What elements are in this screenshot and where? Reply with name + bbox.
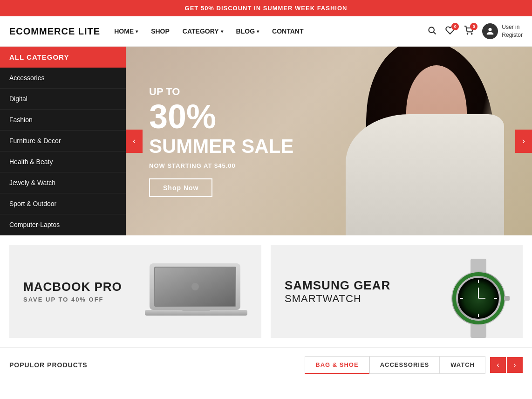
sidebar-item-fashion[interactable]: Fashion [0, 110, 126, 131]
promo-section: MACBOOK PRO SAVE UP TO 40% OFF [0, 235, 532, 347]
hero-content: UP TO 30% SUMMER SALE NOW STARTING AT $4… [149, 85, 293, 197]
tab-nav-buttons: ‹ › [490, 357, 523, 373]
tab-bag-shoe[interactable]: BAG & SHOE [305, 356, 369, 374]
search-button[interactable] [427, 26, 437, 37]
svg-rect-21 [504, 296, 510, 301]
hero-percent-text: 30% [149, 99, 293, 133]
sidebar-heading: ALL CATEGORY [0, 47, 126, 68]
watch-title: SAMSUNG GEAR [285, 278, 390, 293]
hero-sale-text: SUMMER SALE [149, 135, 293, 157]
product-tabs: BAG & SHOE ACCESSORIES WATCH [305, 356, 485, 374]
header: ECOMMERCE LITE HOME ▾ SHOP CATEGORY ▾ BL… [0, 16, 532, 47]
tab-next-button[interactable]: › [507, 357, 523, 373]
model-outfit [346, 114, 504, 235]
svg-point-7 [191, 283, 199, 290]
main-content: ALL CATEGORY Accessories Digital Fashion… [0, 47, 532, 235]
header-icons: 0 0 User in Registor [427, 23, 523, 39]
sidebar-item-digital[interactable]: Digital [0, 89, 126, 110]
macbook-promo-card[interactable]: MACBOOK PRO SAVE UP TO 40% OFF [9, 245, 261, 338]
wishlist-badge: 0 [451, 23, 459, 30]
top-banner-text: GET 50% DISCOUNT IN SUMMER WEEK FASHION [185, 5, 348, 12]
hero-starting-text: NOW STARTING AT $45.00 [149, 162, 293, 169]
cart-button[interactable]: 0 [464, 26, 474, 37]
hero-model-area [288, 47, 532, 235]
chevron-down-icon: ▾ [136, 29, 138, 34]
main-nav: HOME ▾ SHOP CATEGORY ▾ BLOG ▾ CONTANT [114, 28, 427, 35]
chevron-down-icon: ▾ [221, 29, 223, 34]
popular-products-bar: POPULOR PRODUCTS BAG & SHOE ACCESSORIES … [0, 347, 532, 382]
svg-point-0 [429, 27, 435, 33]
svg-line-1 [434, 32, 436, 34]
chevron-down-icon: ▾ [257, 29, 259, 34]
watch-image [443, 259, 509, 324]
sidebar: ALL CATEGORY Accessories Digital Fashion… [0, 47, 126, 235]
sidebar-item-sport[interactable]: Sport & Outdoor [0, 193, 126, 214]
sidebar-item-health[interactable]: Health & Beaty [0, 151, 126, 172]
svg-point-2 [467, 33, 468, 34]
shop-now-button[interactable]: Shop Now [149, 178, 212, 197]
cart-badge: 0 [470, 23, 477, 30]
user-icon [482, 23, 498, 39]
macbook-title: MACBOOK PRO [23, 280, 122, 294]
sidebar-item-accessories[interactable]: Accessories [0, 68, 126, 89]
nav-blog[interactable]: BLOG ▾ [236, 28, 259, 35]
nav-category[interactable]: CATEGORY ▾ [183, 28, 223, 35]
user-area[interactable]: User in Registor [482, 23, 523, 39]
slider-next-button[interactable]: › [515, 130, 532, 153]
macbook-image [145, 261, 247, 322]
popular-title: POPULOR PRODUCTS [9, 361, 305, 369]
nav-contact[interactable]: CONTANT [272, 28, 303, 35]
nav-home[interactable]: HOME ▾ [114, 28, 138, 35]
watch-promo-text: SAMSUNG GEAR SMARTWATCH [285, 278, 390, 305]
tab-watch[interactable]: WATCH [440, 356, 485, 374]
top-banner: GET 50% DISCOUNT IN SUMMER WEEK FASHION [0, 0, 532, 16]
sidebar-item-jewely[interactable]: Jewely & Watch [0, 172, 126, 193]
sidebar-item-computer[interactable]: Computer-Laptos [0, 214, 126, 235]
macbook-subtitle: SAVE UP TO 40% OFF [23, 296, 122, 303]
wishlist-button[interactable]: 0 [445, 26, 455, 37]
svg-point-3 [471, 33, 472, 34]
svg-rect-9 [182, 309, 210, 311]
logo: ECOMMERCE LITE [9, 26, 100, 37]
hero-slider: UP TO 30% SUMMER SALE NOW STARTING AT $4… [126, 47, 532, 235]
nav-shop[interactable]: SHOP [151, 28, 170, 35]
macbook-promo-text: MACBOOK PRO SAVE UP TO 40% OFF [23, 280, 122, 303]
slider-prev-button[interactable]: ‹ [126, 130, 143, 153]
watch-promo-card[interactable]: SAMSUNG GEAR SMARTWATCH [271, 245, 523, 338]
sidebar-item-furniture[interactable]: Furniture & Decor [0, 131, 126, 151]
watch-subtitle: SMARTWATCH [285, 293, 390, 305]
tab-prev-button[interactable]: ‹ [490, 357, 506, 373]
user-text: User in Registor [502, 23, 523, 39]
tab-accessories[interactable]: ACCESSORIES [369, 356, 440, 374]
hero-up-to-text: UP TO [149, 85, 293, 97]
